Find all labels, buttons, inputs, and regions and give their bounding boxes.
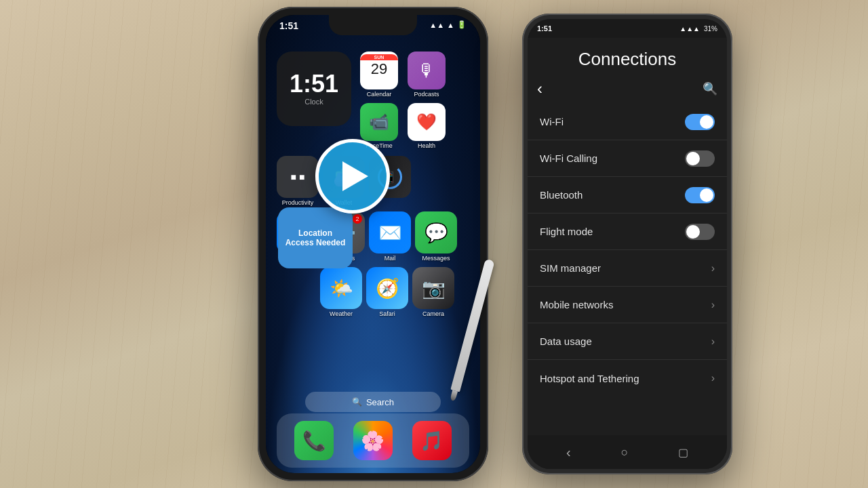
podcasts-app[interactable]: 🎙 Podcasts	[406, 52, 448, 98]
phone-dock-icon: 📞	[294, 421, 334, 460]
wifi-calling-toggle[interactable]	[685, 150, 715, 167]
signal-bars-icon: ▲▲▲	[679, 25, 700, 33]
messages-app[interactable]: 💬 Messages	[415, 211, 457, 262]
iphone-status-bar: 1:51 ▲▲ ▲ 🔋	[266, 15, 480, 45]
data-usage-setting[interactable]: Data usage ›	[528, 323, 727, 360]
back-button[interactable]: ‹	[537, 79, 542, 98]
android-screen: 1:51 ▲▲▲ 31% Connections ‹ 🔍 Wi-Fi	[528, 19, 727, 469]
wifi-calling-setting[interactable]: Wi-Fi Calling	[528, 140, 727, 177]
mail-app[interactable]: ✉️ Mail	[369, 211, 411, 262]
safari-label: Safari	[379, 310, 395, 317]
calendar-app[interactable]: SUN 29 Calendar	[358, 52, 400, 98]
wallet-app[interactable]: 👛 Wallet	[323, 156, 365, 206]
health-label: Health	[418, 142, 435, 149]
small-apps-grid: SUN 29 Calendar 🎙 Podcasts	[358, 52, 448, 149]
iphone-dock: 📞 🌸 🎵	[277, 413, 469, 468]
clock-widget[interactable]: 1:51 Clock	[277, 52, 351, 126]
search-icon: 🔍	[352, 397, 362, 407]
small-app-row-1: SUN 29 Calendar 🎙 Podcasts	[358, 52, 448, 98]
facetime-label: FaceTime	[366, 142, 393, 149]
bluetooth-toggle-knob	[700, 188, 713, 202]
mail-label: Mail	[384, 255, 396, 262]
nav-recents-button[interactable]: ▢	[678, 446, 688, 459]
music-dock-app[interactable]: 🎵	[411, 421, 453, 460]
facetime-app[interactable]: 📹 FaceTime	[358, 103, 400, 149]
wallet-label: Wallet	[336, 199, 353, 206]
camera-icon: 📷	[412, 267, 454, 309]
messages-label: Messages	[422, 255, 450, 262]
weather-icon: 🌤️	[320, 267, 362, 309]
wallet-icon: 👛	[323, 156, 365, 198]
data-usage-arrow-icon: ›	[711, 336, 715, 348]
nav-back-button[interactable]: ‹	[566, 445, 571, 460]
hotspot-tethering-setting[interactable]: Hotspot and Tethering ›	[528, 360, 727, 396]
health-icon: ❤️	[408, 103, 446, 141]
messages-icon: 💬	[415, 211, 457, 253]
app-row-2: ■ ■ Productivity 👛 Wallet 📱	[266, 156, 480, 206]
bluetooth-label: Bluetooth	[540, 189, 583, 201]
safari-icon: 🧭	[366, 267, 408, 309]
music-dock-icon: 🎵	[412, 421, 452, 460]
camera-app[interactable]: 📷 Camera	[412, 267, 454, 317]
wifi-label: Wi-Fi	[540, 116, 564, 127]
weather-label: Weather	[330, 310, 353, 317]
settings-list: Wi-Fi Wi-Fi Calling Bluetooth	[528, 104, 727, 396]
battery-percent: 31%	[704, 25, 717, 33]
podcasts-icon: 🎙	[408, 52, 446, 89]
data-usage-label: Data usage	[540, 336, 592, 347]
connections-title: Connections	[528, 38, 727, 77]
flight-mode-toggle[interactable]	[685, 224, 715, 240]
location-access-popup[interactable]: Location Access Needed	[278, 207, 353, 268]
mail-icon: ✉️	[369, 211, 411, 253]
wifi-toggle[interactable]	[685, 114, 715, 130]
photos-dock-app[interactable]: 🌸	[352, 421, 394, 460]
facetime-icon: 📹	[360, 103, 398, 141]
android-status-bar: 1:51 ▲▲▲ 31%	[528, 19, 727, 38]
productivity-icon: ■ ■	[277, 156, 319, 198]
wifi-icon: ▲	[447, 21, 454, 29]
android-time: 1:51	[537, 24, 552, 33]
bluetooth-toggle[interactable]	[685, 187, 715, 203]
battery-icon: 🔋	[457, 20, 467, 29]
widget-clock-label: Clock	[304, 98, 323, 106]
wifi-setting[interactable]: Wi-Fi	[528, 104, 727, 140]
screen-time-icon: 📱	[369, 156, 411, 198]
flight-mode-toggle-knob	[686, 225, 700, 239]
search-button[interactable]: 🔍	[703, 81, 717, 96]
android-connections-screen: Connections ‹ 🔍 Wi-Fi Wi-Fi Calling	[528, 38, 727, 435]
bluetooth-setting[interactable]: Bluetooth	[528, 177, 727, 214]
calendar-label: Calendar	[367, 91, 392, 98]
iphone-status-icons: ▲▲ ▲ 🔋	[429, 20, 467, 29]
search-bar[interactable]: 🔍 Search	[305, 392, 441, 412]
android-nav-bar: ‹ ○ ▢	[528, 435, 727, 469]
iphone-device: 1:51 ▲▲ ▲ 🔋 1:51 Clock	[258, 7, 488, 481]
wifi-calling-label: Wi-Fi Calling	[540, 152, 597, 164]
productivity-label: Productivity	[282, 199, 314, 206]
mobile-networks-arrow-icon: ›	[711, 299, 715, 311]
weather-app[interactable]: 🌤️ Weather	[320, 267, 362, 317]
location-popup-text: Location Access Needed	[278, 223, 353, 253]
wifi-toggle-knob	[700, 115, 713, 129]
nav-home-button[interactable]: ○	[620, 445, 628, 460]
health-app[interactable]: ❤️ Health	[406, 103, 448, 149]
podcasts-label: Podcasts	[414, 91, 439, 98]
android-device: 1:51 ▲▲▲ 31% Connections ‹ 🔍 Wi-Fi	[522, 14, 732, 474]
flight-mode-setting[interactable]: Flight mode	[528, 214, 727, 250]
small-app-row-2: 📹 FaceTime ❤️ Health	[358, 103, 448, 149]
phone-dock-app[interactable]: 📞	[293, 421, 335, 460]
photos-dock-icon: 🌸	[353, 421, 393, 460]
flight-mode-label: Flight mode	[540, 226, 593, 237]
safari-app[interactable]: 🧭 Safari	[366, 267, 408, 317]
hotspot-tethering-label: Hotspot and Tethering	[540, 373, 639, 384]
sim-manager-label: SIM manager	[540, 262, 601, 274]
iphone-screen: 1:51 ▲▲ ▲ 🔋 1:51 Clock	[266, 15, 480, 473]
iphone-home-content: 1:51 Clock SUN 29 Calendar	[266, 45, 480, 473]
productivity-app[interactable]: ■ ■ Productivity	[277, 156, 319, 206]
screen-time-app[interactable]: 📱	[369, 156, 411, 206]
calendar-icon: SUN 29	[360, 52, 398, 89]
wifi-calling-toggle-knob	[686, 152, 700, 165]
sim-manager-setting[interactable]: SIM manager ›	[528, 250, 727, 287]
sim-manager-arrow-icon: ›	[711, 262, 715, 274]
mobile-networks-setting[interactable]: Mobile networks ›	[528, 287, 727, 323]
camera-label: Camera	[422, 310, 444, 317]
